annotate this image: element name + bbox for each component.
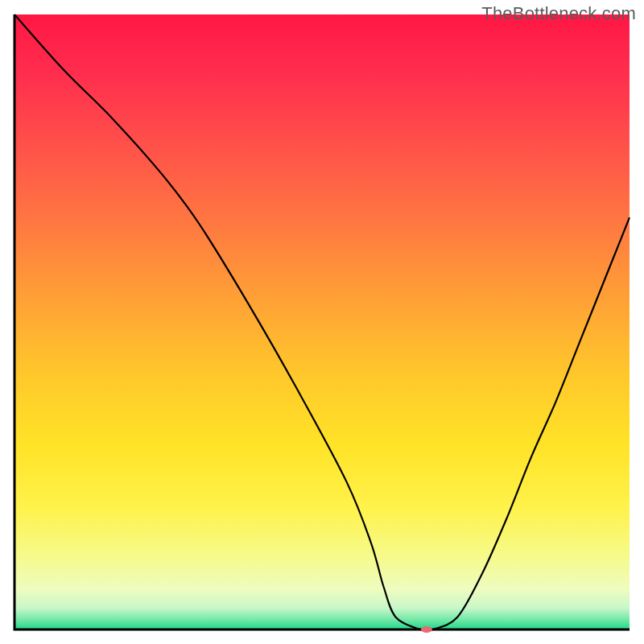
optimum-marker [421, 626, 432, 633]
plot-area [14, 14, 630, 630]
bottleneck-chart [0, 0, 644, 644]
chart-container: TheBottleneck.com [0, 0, 644, 644]
watermark-text: TheBottleneck.com [481, 3, 636, 24]
